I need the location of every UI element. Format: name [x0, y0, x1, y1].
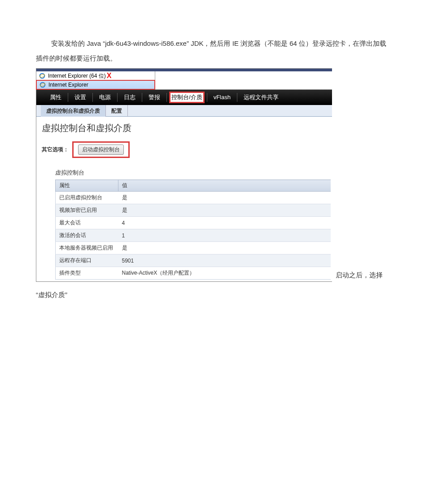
continue-text: “虚拟介质”	[36, 287, 388, 302]
table-row: 激活的会话 1	[56, 229, 331, 242]
options-row: 其它选项： 启动虚拟控制台	[42, 141, 332, 158]
section-title: 虚拟控制台	[55, 169, 332, 177]
subtab-console[interactable]: 虚拟控制台和虚拟介质	[41, 105, 106, 117]
prop-val: 5901	[118, 254, 331, 267]
page-title: 虚拟控制台和虚拟介质	[42, 122, 332, 134]
table-header-property: 属性	[56, 180, 118, 192]
trailing-text: 启动之后，选择	[336, 268, 398, 282]
nav-properties[interactable]: 属性	[44, 90, 68, 105]
prop-key: 激活的会话	[56, 229, 118, 242]
nav-console-media[interactable]: 控制台/介质	[170, 92, 204, 103]
nav-settings[interactable]: 设置	[68, 90, 92, 105]
content-area: 虚拟控制台和虚拟介质 其它选项： 启动虚拟控制台 虚拟控制台 属性 值 已启	[36, 117, 332, 281]
launch-button-highlight: 启动虚拟控制台	[72, 141, 130, 158]
sub-tabs: 虚拟控制台和虚拟介质 配置	[36, 105, 332, 117]
nav-power[interactable]: 电源	[93, 90, 117, 105]
nav-vflash[interactable]: vFlash	[207, 90, 237, 105]
ie-icon	[39, 82, 46, 88]
nav-remote-share[interactable]: 远程文件共享	[237, 90, 285, 105]
subtab-config[interactable]: 配置	[106, 105, 128, 117]
table-row: 远程存在端口 5901	[56, 254, 331, 267]
start-menu-area: Internet Explorer (64 位) X Internet Expl…	[36, 69, 332, 90]
table-row: 视频加密已启用 是	[56, 204, 331, 217]
prop-key: 本地服务器视频已启用	[56, 242, 118, 254]
nav-alerts[interactable]: 警报	[142, 90, 166, 105]
prop-key: 远程存在端口	[56, 254, 118, 267]
prop-val: 1	[118, 229, 331, 242]
para1-part1: 安装发给的 Java	[51, 39, 101, 47]
ie-64-label: Internet Explorer (64 位)	[48, 72, 106, 80]
options-label: 其它选项：	[42, 146, 69, 153]
intro-paragraph: 安装发给的 Java “jdk-6u43-windows-i586.exe” J…	[36, 36, 388, 66]
prop-val: 是	[118, 192, 331, 204]
ie-icon	[39, 73, 45, 79]
properties-table: 属性 值 已启用虚拟控制台 是 视频加密已启用 是 最大会话 4	[55, 180, 331, 280]
screenshot-panel: Internet Explorer (64 位) X Internet Expl…	[36, 68, 332, 282]
prop-key: 最大会话	[56, 217, 118, 229]
ie-64-row[interactable]: Internet Explorer (64 位) X	[36, 71, 155, 80]
table-row: 最大会话 4	[56, 217, 331, 229]
top-nav: 属性 设置 电源 日志 警报 控制台/介质 vFlash 远程文件共享	[36, 90, 332, 105]
prop-val: 是	[118, 204, 331, 217]
prop-val: Native-ActiveX（经用户配置）	[118, 267, 331, 280]
prop-key: 视频加密已启用	[56, 204, 118, 217]
prop-val: 4	[118, 217, 331, 229]
ie-row-highlighted[interactable]: Internet Explorer	[36, 80, 155, 89]
prop-val: 是	[118, 242, 331, 254]
ie-label: Internet Explorer	[48, 82, 88, 88]
nav-logs[interactable]: 日志	[118, 90, 142, 105]
prop-key: 插件类型	[56, 267, 118, 280]
para1-quote: “jdk-6u43-windows-i586.exe”	[103, 39, 189, 47]
table-header-value: 值	[118, 180, 331, 192]
table-row: 插件类型 Native-ActiveX（经用户配置）	[56, 267, 331, 280]
prop-key: 已启用虚拟控制台	[56, 192, 118, 204]
table-row: 本地服务器视频已启用 是	[56, 242, 331, 254]
launch-console-button[interactable]: 启动虚拟控制台	[78, 145, 124, 155]
table-row: 已启用虚拟控制台 是	[56, 192, 331, 204]
x-mark-icon: X	[107, 72, 112, 80]
